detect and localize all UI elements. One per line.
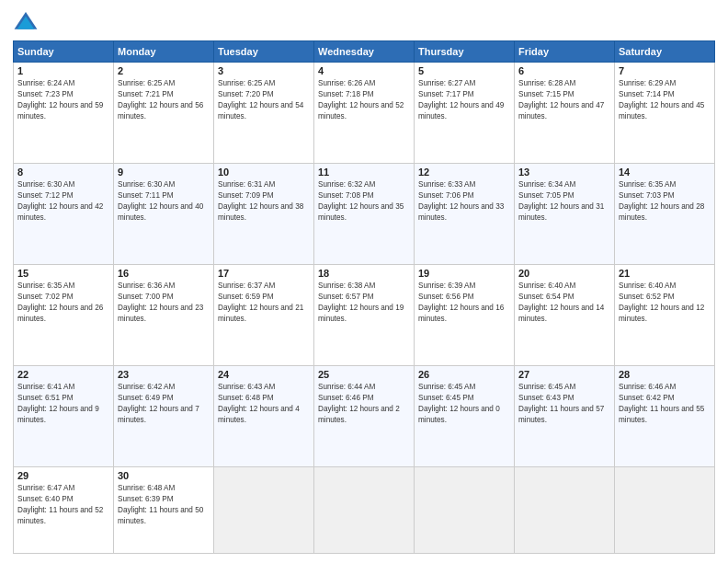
table-row: 28 Sunrise: 6:46 AM Sunset: 6:42 PM Dayl… [615, 366, 715, 467]
table-row: 23 Sunrise: 6:42 AM Sunset: 6:49 PM Dayl… [114, 366, 214, 467]
header [13, 9, 715, 35]
col-wednesday: Wednesday [314, 41, 415, 63]
table-row: 16 Sunrise: 6:36 AM Sunset: 7:00 PM Dayl… [114, 265, 214, 366]
table-row: 27 Sunrise: 6:45 AM Sunset: 6:43 PM Dayl… [515, 366, 615, 467]
empty-cell [314, 467, 415, 554]
empty-cell [615, 467, 715, 554]
col-tuesday: Tuesday [214, 41, 314, 63]
table-row: 30 Sunrise: 6:48 AM Sunset: 6:39 PM Dayl… [114, 467, 214, 554]
table-row: 20 Sunrise: 6:40 AM Sunset: 6:54 PM Dayl… [515, 265, 615, 366]
col-saturday: Saturday [615, 41, 715, 63]
calendar-row: 15 Sunrise: 6:35 AM Sunset: 7:02 PM Dayl… [14, 265, 715, 366]
empty-cell [515, 467, 615, 554]
table-row: 25 Sunrise: 6:44 AM Sunset: 6:46 PM Dayl… [314, 366, 415, 467]
table-row: 21 Sunrise: 6:40 AM Sunset: 6:52 PM Dayl… [615, 265, 715, 366]
table-row: 2 Sunrise: 6:25 AM Sunset: 7:21 PM Dayli… [114, 63, 214, 164]
logo [13, 9, 42, 35]
empty-cell [415, 467, 515, 554]
table-row: 22 Sunrise: 6:41 AM Sunset: 6:51 PM Dayl… [14, 366, 114, 467]
table-row: 19 Sunrise: 6:39 AM Sunset: 6:56 PM Dayl… [415, 265, 515, 366]
table-row: 1 Sunrise: 6:24 AM Sunset: 7:23 PM Dayli… [14, 63, 114, 164]
header-row: Sunday Monday Tuesday Wednesday Thursday… [14, 41, 715, 63]
table-row: 18 Sunrise: 6:38 AM Sunset: 6:57 PM Dayl… [314, 265, 415, 366]
calendar-row: 1 Sunrise: 6:24 AM Sunset: 7:23 PM Dayli… [14, 63, 715, 164]
calendar-row: 8 Sunrise: 6:30 AM Sunset: 7:12 PM Dayli… [14, 164, 715, 265]
table-row: 17 Sunrise: 6:37 AM Sunset: 6:59 PM Dayl… [214, 265, 314, 366]
calendar-row: 22 Sunrise: 6:41 AM Sunset: 6:51 PM Dayl… [14, 366, 715, 467]
calendar-row: 29 Sunrise: 6:47 AM Sunset: 6:40 PM Dayl… [14, 467, 715, 554]
table-row: 26 Sunrise: 6:45 AM Sunset: 6:45 PM Dayl… [415, 366, 515, 467]
table-row: 12 Sunrise: 6:33 AM Sunset: 7:06 PM Dayl… [415, 164, 515, 265]
table-row: 13 Sunrise: 6:34 AM Sunset: 7:05 PM Dayl… [515, 164, 615, 265]
table-row: 5 Sunrise: 6:27 AM Sunset: 7:17 PM Dayli… [415, 63, 515, 164]
col-thursday: Thursday [415, 41, 515, 63]
table-row: 6 Sunrise: 6:28 AM Sunset: 7:15 PM Dayli… [515, 63, 615, 164]
table-row: 4 Sunrise: 6:26 AM Sunset: 7:18 PM Dayli… [314, 63, 415, 164]
table-row: 8 Sunrise: 6:30 AM Sunset: 7:12 PM Dayli… [14, 164, 114, 265]
col-sunday: Sunday [14, 41, 114, 63]
table-row: 10 Sunrise: 6:31 AM Sunset: 7:09 PM Dayl… [214, 164, 314, 265]
page: Sunday Monday Tuesday Wednesday Thursday… [0, 0, 728, 563]
col-monday: Monday [114, 41, 214, 63]
table-row: 7 Sunrise: 6:29 AM Sunset: 7:14 PM Dayli… [615, 63, 715, 164]
table-row: 3 Sunrise: 6:25 AM Sunset: 7:20 PM Dayli… [214, 63, 314, 164]
table-row: 14 Sunrise: 6:35 AM Sunset: 7:03 PM Dayl… [615, 164, 715, 265]
table-row: 11 Sunrise: 6:32 AM Sunset: 7:08 PM Dayl… [314, 164, 415, 265]
table-row: 29 Sunrise: 6:47 AM Sunset: 6:40 PM Dayl… [14, 467, 114, 554]
col-friday: Friday [515, 41, 615, 63]
logo-icon [13, 9, 39, 35]
empty-cell [214, 467, 314, 554]
calendar-table: Sunday Monday Tuesday Wednesday Thursday… [13, 40, 715, 554]
table-row: 15 Sunrise: 6:35 AM Sunset: 7:02 PM Dayl… [14, 265, 114, 366]
table-row: 9 Sunrise: 6:30 AM Sunset: 7:11 PM Dayli… [114, 164, 214, 265]
table-row: 24 Sunrise: 6:43 AM Sunset: 6:48 PM Dayl… [214, 366, 314, 467]
